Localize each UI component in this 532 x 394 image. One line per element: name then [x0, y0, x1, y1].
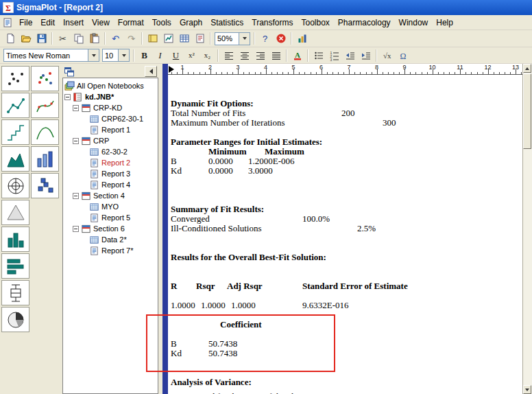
subscript-button[interactable]: x₂: [200, 48, 215, 62]
palette-box-plot-cell[interactable]: [1, 280, 29, 305]
tree-item-crp-kd[interactable]: CRP-KD: [63, 102, 158, 113]
new-report-button[interactable]: [192, 32, 208, 46]
tree-item-report-1[interactable]: Report 1: [63, 124, 158, 135]
italic-button[interactable]: I: [152, 48, 168, 62]
font-color-button[interactable]: A: [289, 48, 305, 62]
worksheet-icon: [89, 235, 99, 245]
collapse-panel-button[interactable]: [145, 66, 157, 77]
report-window-icon[interactable]: [2, 17, 13, 28]
menu-transforms[interactable]: Transforms: [247, 16, 297, 29]
tree-expander-icon[interactable]: [64, 94, 71, 100]
tree-item-report-3[interactable]: Report 3: [63, 168, 158, 179]
cascade-windows-icon[interactable]: [64, 67, 74, 77]
menu-view[interactable]: View: [88, 16, 114, 29]
menu-edit[interactable]: Edit: [36, 16, 59, 29]
menu-help[interactable]: Help: [432, 16, 457, 29]
scroll-down-button[interactable]: [523, 385, 531, 394]
font-name-combo[interactable]: Times New Roman: [3, 49, 99, 62]
scroll-up-button[interactable]: [523, 64, 531, 73]
symbols-button[interactable]: Ω: [395, 48, 411, 62]
new-worksheet-button[interactable]: [176, 32, 192, 46]
tree-expander-icon[interactable]: [73, 193, 79, 199]
palette-scatter-plot-cell[interactable]: [1, 66, 29, 91]
palette-nonlinear-curve-cell[interactable]: [31, 119, 59, 145]
menu-window[interactable]: Window: [395, 16, 433, 29]
new-button[interactable]: [2, 32, 18, 46]
tree-item-section-6[interactable]: Section 6: [63, 223, 158, 234]
scrollbar-thumb[interactable]: [523, 73, 531, 149]
bullet-list-button[interactable]: [311, 48, 326, 62]
collapse-arrow-icon: [149, 69, 153, 74]
bold-button[interactable]: B: [136, 48, 152, 62]
tree-expander-icon[interactable]: [73, 226, 79, 232]
numbered-list-button[interactable]: 123: [326, 48, 342, 62]
tree-item-section-4[interactable]: Section 4: [63, 190, 158, 201]
menu-format[interactable]: Format: [114, 16, 148, 29]
vertical-scrollbar[interactable]: [522, 64, 532, 394]
palette-grouped-scatter-cell[interactable]: [31, 66, 59, 91]
palette-spline-curve-cell[interactable]: [31, 93, 59, 118]
cut-button[interactable]: ✂: [55, 32, 71, 46]
tree-item-62-30-2[interactable]: 62-30-2: [63, 146, 158, 157]
report-splitter[interactable]: [162, 64, 168, 394]
undo-button[interactable]: ↶: [108, 32, 123, 46]
font-size-combo[interactable]: 10: [102, 49, 130, 62]
graph-wizard-button[interactable]: [294, 32, 310, 46]
palette-scatter-3d-cell[interactable]: [31, 173, 59, 198]
tree-item-data-2[interactable]: Data 2*: [63, 234, 158, 245]
redo-button[interactable]: ↷: [123, 32, 139, 46]
new-graph-page-button[interactable]: [160, 32, 176, 46]
tree-expander-icon[interactable]: [73, 105, 79, 111]
menu-file[interactable]: File: [15, 16, 36, 29]
report-content[interactable]: Dynamic Fit Options:Total Number of Fits…: [168, 74, 522, 394]
zoom-combo-dropdown[interactable]: [239, 33, 250, 45]
palette-vertical-bar-cell[interactable]: [1, 227, 29, 252]
stop-button[interactable]: [273, 32, 289, 46]
new-notebook-button[interactable]: [145, 32, 160, 46]
menu-insert[interactable]: Insert: [59, 16, 88, 29]
tree-item-crp[interactable]: CRP: [63, 135, 158, 146]
palette-polar-plot-cell[interactable]: [1, 173, 29, 198]
font-size-combo-dropdown[interactable]: [118, 49, 129, 61]
tree-expander-icon[interactable]: [73, 138, 79, 144]
tree-item-report-2[interactable]: Report 2: [63, 157, 158, 168]
menu-graph[interactable]: Graph: [176, 16, 206, 29]
menu-pharmacology[interactable]: Pharmacology: [334, 16, 395, 29]
underline-button[interactable]: U: [168, 48, 184, 62]
align-center-button[interactable]: [237, 48, 252, 62]
palette-step-line-cell[interactable]: [1, 119, 29, 145]
tree-item-myo[interactable]: MYO: [63, 201, 158, 212]
palette-line-scatter-cell[interactable]: [1, 93, 29, 118]
tree-item-all-open-notebooks[interactable]: All Open Notebooks: [63, 80, 158, 91]
tree-item-kd-jnb[interactable]: kd.JNB*: [63, 91, 158, 102]
save-button[interactable]: [34, 32, 49, 46]
menu-tools[interactable]: Tools: [148, 16, 176, 29]
zoom-combo[interactable]: 50%: [215, 32, 250, 45]
palette-area-plot-cell[interactable]: [1, 146, 29, 172]
help-button[interactable]: ?: [257, 32, 273, 46]
tree-item-report-7[interactable]: Report 7*: [63, 245, 158, 256]
palette-pie-chart-cell[interactable]: [1, 307, 29, 332]
align-right-button[interactable]: [252, 48, 268, 62]
report-view[interactable]: 12345678910111213 Dynamic Fit Options:To…: [168, 64, 522, 394]
font-name-combo-dropdown[interactable]: [88, 49, 99, 61]
increase-indent-button[interactable]: [358, 48, 374, 62]
paste-button[interactable]: [86, 32, 102, 46]
tree-item-report-5[interactable]: Report 5: [63, 212, 158, 223]
tree-item-report-4[interactable]: Report 4: [63, 179, 158, 190]
palette-horizontal-bar-cell[interactable]: [1, 253, 29, 279]
window-title: SigmaPlot - [Report 2]: [16, 3, 103, 12]
menu-toolbox[interactable]: Toolbox: [297, 16, 333, 29]
tree-item-crp62-30-1[interactable]: CRP62-30-1: [63, 113, 158, 124]
copy-button[interactable]: [71, 32, 86, 46]
report-text: Converged: [171, 214, 302, 224]
palette-bar-3d-cell[interactable]: [31, 146, 59, 172]
decrease-indent-button[interactable]: [342, 48, 358, 62]
align-left-button[interactable]: [221, 48, 237, 62]
superscript-button[interactable]: x²: [184, 48, 200, 62]
palette-ternary-plot-cell[interactable]: [1, 200, 29, 225]
align-justify-button[interactable]: [268, 48, 284, 62]
equation-button[interactable]: √x: [379, 48, 395, 62]
open-button[interactable]: [18, 32, 34, 46]
menu-statistics[interactable]: Statistics: [206, 16, 247, 29]
